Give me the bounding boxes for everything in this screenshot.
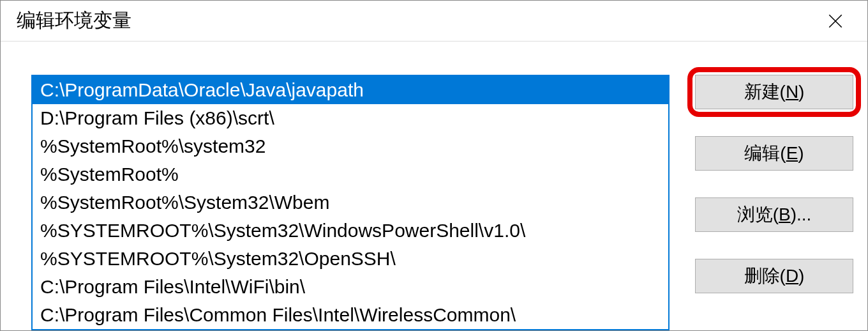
list-item[interactable]: C:\Program Files\Common Files\Intel\Wire… [33,301,668,329]
browse-button[interactable]: 浏览(B)... [695,197,853,232]
button-label-key: B [779,204,791,225]
path-list[interactable]: C:\ProgramData\Oracle\Java\javapath D:\P… [31,75,670,330]
list-item[interactable]: C:\Program Files\Intel\WiFi\bin\ [33,273,668,301]
delete-button-wrap: 删除(D) [695,259,853,293]
list-item[interactable]: C:\ProgramData\Oracle\Java\javapath [33,76,668,104]
browse-button-wrap: 浏览(B)... [695,197,853,232]
titlebar: 编辑环境变量 [1,1,867,42]
button-label-suffix: ) [798,82,804,102]
edit-env-var-dialog: 编辑环境变量 C:\ProgramData\Oracle\Java\javapa… [0,0,868,331]
list-item[interactable]: %SystemRoot% [33,160,668,189]
dialog-content: C:\ProgramData\Oracle\Java\javapath D:\P… [1,42,867,330]
delete-button[interactable]: 删除(D) [695,259,853,293]
button-label-suffix: ) [798,266,804,286]
edit-button-wrap: 编辑(E) [695,136,853,171]
button-label-prefix: 编辑( [744,141,786,166]
list-item[interactable]: D:\Program Files (x86)\scrt\ [33,104,668,132]
list-item[interactable]: %SystemRoot%\system32 [33,132,668,160]
button-column: 新建(N) 编辑(E) 浏览(B)... 删除(D) [695,75,853,330]
button-label-prefix: 删除( [744,264,786,288]
edit-button[interactable]: 编辑(E) [695,136,853,171]
button-label-prefix: 浏览( [737,203,779,227]
list-item[interactable]: %SystemRoot%\System32\Wbem [33,189,668,217]
list-item[interactable]: %SYSTEMROOT%\System32\OpenSSH\ [33,245,668,273]
close-button[interactable] [819,5,851,37]
button-label-prefix: 新建( [744,80,786,104]
button-label-suffix: ) [798,143,804,164]
list-item[interactable]: %SYSTEMROOT%\System32\WindowsPowerShell\… [33,217,668,245]
button-label-key: E [786,143,798,164]
dialog-title: 编辑环境变量 [17,8,131,34]
button-label-key: D [786,266,798,286]
button-label-suffix: )... [791,204,812,225]
close-icon [827,13,844,29]
new-button[interactable]: 新建(N) [695,75,853,109]
button-label-key: N [786,82,798,102]
new-button-highlight: 新建(N) [687,67,861,117]
